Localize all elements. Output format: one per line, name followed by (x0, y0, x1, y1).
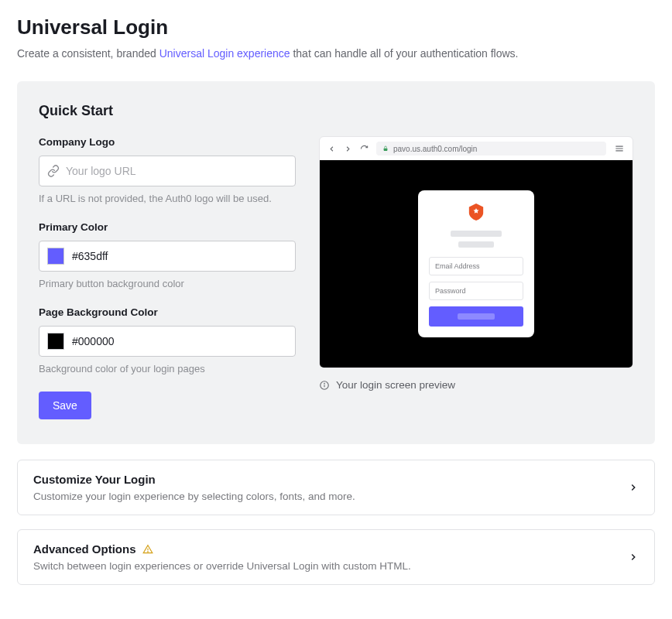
save-button[interactable]: Save (39, 392, 91, 419)
chevron-right-icon (628, 482, 639, 493)
chevron-right-icon (628, 552, 639, 563)
company-logo-label: Company Logo (39, 136, 296, 148)
preview-caption: Your login screen preview (319, 379, 633, 391)
logo-help-text: If a URL is not provided, the Auth0 logo… (39, 193, 296, 204)
primary-color-label: Primary Color (39, 221, 296, 233)
title-placeholder (451, 231, 502, 237)
page-subtitle: Create a consistent, branded Universal L… (17, 47, 655, 60)
svg-point-8 (147, 551, 148, 552)
hamburger-icon (614, 143, 625, 154)
bg-color-swatch[interactable] (47, 333, 64, 350)
customize-login-desc: Customize your login experience by selec… (33, 491, 628, 502)
address-url: pavo.us.auth0.com/login (393, 145, 477, 153)
link-icon (47, 165, 60, 177)
primary-color-field: Primary Color Primary button background … (39, 221, 296, 289)
logo-url-input[interactable] (66, 165, 287, 177)
advanced-options-row[interactable]: Advanced Options Switch between login ex… (17, 529, 655, 585)
universal-login-link[interactable]: Universal Login experience (159, 47, 290, 60)
svg-rect-0 (384, 149, 388, 151)
bg-color-input-wrap[interactable] (39, 326, 296, 357)
logo-url-input-wrap[interactable] (39, 156, 296, 186)
quick-start-panel: Quick Start Company Logo If a URL is not… (17, 81, 655, 444)
refresh-icon (360, 145, 369, 153)
subtitle-pre: Create a consistent, branded (17, 47, 159, 60)
customize-login-row[interactable]: Customize Your Login Customize your logi… (17, 460, 655, 515)
preview-browser: pavo.us.auth0.com/login Email Address Pa… (319, 136, 633, 368)
page-title: Universal Login (17, 15, 655, 39)
login-card-preview: Email Address Password (418, 190, 534, 337)
bg-color-help: Background color of your login pages (39, 363, 296, 374)
bg-color-input[interactable] (72, 335, 287, 347)
submit-button-preview (429, 306, 523, 327)
company-logo-field: Company Logo If a URL is not provided, t… (39, 136, 296, 204)
bg-color-field: Page Background Color Background color o… (39, 306, 296, 374)
password-input-preview: Password (429, 282, 523, 300)
primary-color-swatch[interactable] (47, 248, 64, 265)
advanced-options-desc: Switch between login experiences or over… (33, 560, 628, 572)
customize-login-title: Customize Your Login (33, 473, 628, 486)
advanced-options-title: Advanced Options (33, 542, 136, 556)
address-bar: pavo.us.auth0.com/login (376, 142, 606, 156)
subtitle-placeholder (458, 241, 494, 248)
warning-icon (142, 544, 153, 555)
lock-icon (382, 145, 389, 152)
browser-toolbar: pavo.us.auth0.com/login (320, 137, 633, 160)
auth0-logo-icon (468, 203, 485, 221)
primary-color-help: Primary button background color (39, 278, 296, 289)
subtitle-post: that can handle all of your authenticati… (290, 47, 519, 60)
primary-color-input[interactable] (72, 250, 287, 262)
preview-viewport: Email Address Password (320, 160, 633, 368)
info-icon (319, 380, 330, 391)
back-icon (327, 145, 336, 153)
quick-start-heading: Quick Start (39, 103, 633, 119)
email-input-preview: Email Address (429, 257, 523, 275)
bg-color-label: Page Background Color (39, 306, 296, 318)
preview-caption-text: Your login screen preview (336, 379, 455, 391)
forward-icon (344, 145, 352, 153)
primary-color-input-wrap[interactable] (39, 241, 296, 272)
svg-point-6 (324, 383, 325, 384)
